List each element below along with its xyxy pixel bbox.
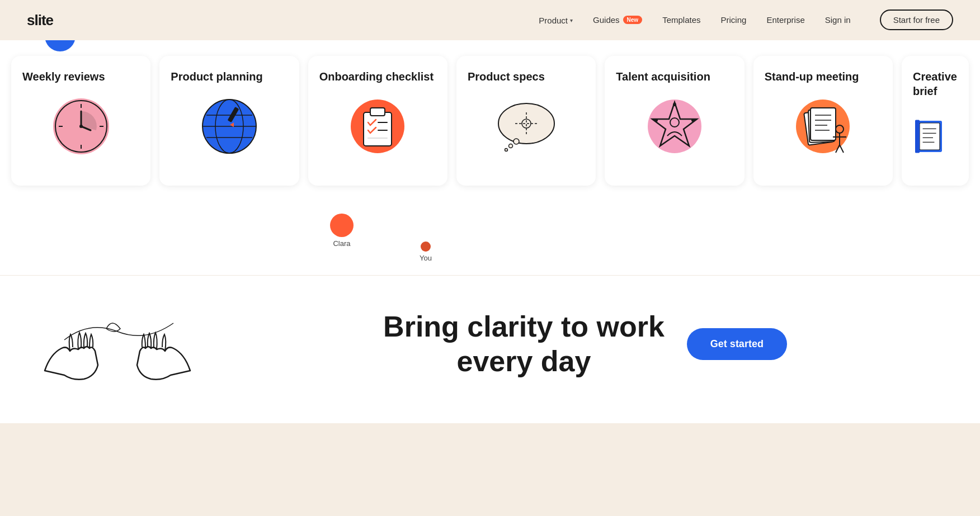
card-title: Stand-up meeting [765,69,882,84]
cards-section: Weekly reviews [0,40,980,275]
nav-templates[interactable]: Templates [662,15,700,25]
navbar: slite Product ▾ Guides New Templates Pri… [0,0,980,40]
card-illustration-clipboard [319,93,436,160]
card-title: Talent acquisition [616,69,733,84]
clara-label: Clara [333,239,350,248]
svg-point-23 [498,103,554,144]
svg-rect-18 [364,112,392,146]
svg-point-34 [691,119,695,122]
cursor-you: You [420,242,432,262]
hands-illustration [34,298,201,390]
cursor-area: Clara You [0,197,980,253]
card-product-specs[interactable]: Product specs [456,56,596,186]
card-title: Onboarding checklist [319,69,436,84]
cta-row: Bring clarity to work every day Get star… [235,309,935,379]
card-title: Weekly reviews [22,69,139,84]
svg-rect-19 [370,108,385,116]
card-talent-acquisition[interactable]: Talent acquisition [605,56,744,186]
card-onboarding-checklist[interactable]: Onboarding checklist [308,56,447,186]
svg-point-27 [513,139,519,144]
card-title: Product planning [171,69,288,84]
card-title: Product specs [468,69,585,84]
you-dot [421,242,431,252]
svg-point-29 [505,149,507,152]
chevron-down-icon: ▾ [570,17,573,23]
nav-guides[interactable]: Guides New [593,15,642,25]
logo[interactable]: slite [27,12,53,29]
nav-signin[interactable]: Sign in [825,15,851,25]
svg-rect-55 [915,120,920,153]
card-standup-meeting[interactable]: Stand-up meeting [753,56,893,186]
cursor-clara: Clara [330,214,354,248]
card-illustration-globe [171,93,288,160]
svg-line-48 [840,145,844,153]
card-illustration-clock [22,93,139,160]
nav-product[interactable]: Product ▾ [539,16,573,25]
svg-point-33 [673,103,676,106]
card-weekly-reviews[interactable]: Weekly reviews [11,56,150,186]
clara-dot [330,214,354,237]
svg-rect-39 [811,108,836,140]
get-started-button[interactable]: Get started [687,328,787,360]
card-illustration-book [913,107,958,174]
card-title: Creative brief [913,69,958,98]
card-illustration-cloud [468,93,585,160]
card-product-planning[interactable]: Product planning [159,56,299,186]
start-for-free-button[interactable]: Start for free [880,10,953,30]
cta-content: Bring clarity to work every day Get star… [235,309,935,379]
template-cards-row: Weekly reviews [0,40,980,197]
card-illustration-papers [765,93,882,160]
cta-section: Bring clarity to work every day Get star… [0,275,980,423]
cta-headline: Bring clarity to work every day [383,309,665,379]
card-illustration-star [616,93,733,160]
svg-point-28 [508,144,512,148]
you-label: You [420,254,432,262]
nav-pricing[interactable]: Pricing [721,15,747,25]
card-creative-brief[interactable]: Creative brief [902,56,969,186]
nav-enterprise[interactable]: Enterprise [766,15,804,25]
svg-point-35 [654,119,658,122]
svg-rect-50 [920,123,940,150]
new-badge: New [623,16,643,24]
